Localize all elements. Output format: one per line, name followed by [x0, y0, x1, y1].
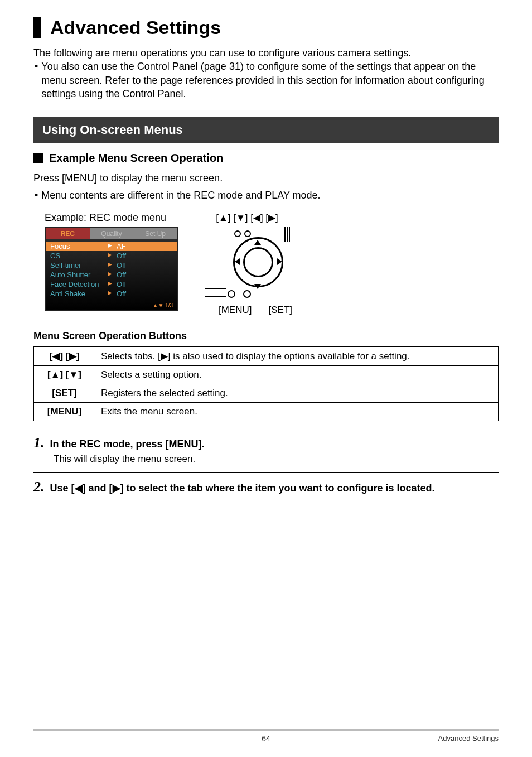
section-bar: Using On-screen Menus: [33, 117, 499, 143]
menu-tabs: REC Quality Set Up: [46, 228, 177, 239]
down-arrow-icon: [254, 284, 261, 289]
menu-item-focus: Focus ▶ AF: [46, 242, 177, 251]
top-button-a-icon: [234, 230, 241, 237]
menu-tab-setup: Set Up: [133, 228, 177, 239]
camera-back-diagram: [200, 226, 294, 301]
key-set: [SET]: [34, 384, 95, 402]
dpad-label: [▲] [▼] [◀] [▶]: [216, 212, 278, 224]
step-1: 1. In the REC mode, press [MENU]. This w…: [33, 435, 499, 473]
step-number: 1.: [33, 435, 45, 451]
play-right-icon: ▶: [108, 252, 112, 260]
table-row: [▲] [▼] Selects a setting option.: [34, 365, 499, 384]
menu-item-anti-shake: Anti Shake ▶ Off: [46, 289, 177, 298]
grip-lines-icon: [205, 288, 226, 297]
menu-item-label: CS: [50, 252, 103, 260]
menu-item-label: Anti Shake: [50, 290, 103, 298]
menu-tab-rec: REC: [46, 228, 90, 239]
menu-item-label: Self-timer: [50, 261, 103, 269]
menu-button-icon: [228, 290, 235, 298]
desc-set: Registers the selected setting.: [95, 384, 499, 402]
intro-bullet-text: You also can use the Control Panel (page…: [41, 60, 499, 100]
left-arrow-icon: [235, 258, 240, 265]
subheading-text: Example Menu Screen Operation: [49, 152, 223, 165]
key-left-right: [◀] [▶]: [34, 346, 95, 365]
menu-item-face-detection: Face Detection ▶ Off: [46, 279, 177, 289]
menu-item-cs: CS ▶ Off: [46, 251, 177, 261]
desc-menu: Exits the menu screen.: [95, 402, 499, 421]
menu-item-label: Face Detection: [50, 280, 103, 288]
menu-tab-quality: Quality: [90, 228, 134, 239]
page-title: Advanced Settings: [50, 17, 499, 38]
example-menu-col: Example: REC mode menu REC Quality Set U…: [45, 212, 178, 311]
step-title: Use [◀] and [▶] to select the tab where …: [50, 482, 435, 494]
press-line: Press [MENU] to display the menu screen.: [33, 171, 499, 185]
menu-item-auto-shutter: Auto Shutter ▶ Off: [46, 270, 177, 279]
desc-up-down: Selects a setting option.: [95, 365, 499, 384]
bullet-dot-icon: •: [35, 60, 38, 73]
subheading: Example Menu Screen Operation: [33, 152, 499, 165]
intro-bullet-row: • You also can use the Control Panel (pa…: [33, 60, 499, 100]
table-row: [SET] Registers the selected setting.: [34, 384, 499, 402]
play-right-icon: ▶: [108, 271, 112, 279]
table-row: [MENU] Exits the menu screen.: [34, 402, 499, 421]
play-right-icon: ▶: [108, 290, 112, 298]
step-header: 1. In the REC mode, press [MENU].: [33, 435, 499, 451]
desc-left-right: Selects tabs. [▶] is also used to displa…: [95, 346, 499, 365]
step-header: 2. Use [◀] and [▶] to select the tab whe…: [33, 479, 499, 495]
camera-menu-mock: REC Quality Set Up Focus ▶ AF CS ▶ Off S…: [45, 227, 178, 311]
page-header-block: Advanced Settings: [33, 17, 499, 38]
top-button-b-icon: [244, 230, 251, 237]
menu-item-label: Focus: [50, 242, 103, 250]
diagram-labels: [MENU] [SET]: [219, 305, 292, 316]
table-heading: Menu Screen Operation Buttons: [33, 330, 499, 342]
operations-table: [◀] [▶] Selects tabs. [▶] is also used t…: [33, 346, 499, 421]
step-2: 2. Use [◀] and [▶] to select the tab whe…: [33, 479, 499, 503]
right-arrow-icon: [277, 258, 282, 265]
diagram-col: [▲] [▼] [◀] [▶] [MENU] [SET]: [200, 212, 294, 316]
menu-item-self-timer: Self-timer ▶ Off: [46, 261, 177, 270]
menu-items: Focus ▶ AF CS ▶ Off Self-timer ▶ Off Aut…: [46, 239, 177, 301]
menu-item-label: Auto Shutter: [50, 271, 103, 279]
menu-item-value: AF: [117, 242, 126, 250]
example-caption: Example: REC mode menu: [45, 212, 166, 224]
menu-item-value: Off: [117, 280, 126, 288]
step-number: 2.: [33, 479, 45, 495]
play-right-icon: ▶: [108, 280, 112, 288]
menu-item-value: Off: [117, 261, 126, 269]
speaker-icon: [284, 227, 290, 242]
menu-item-value: Off: [117, 290, 126, 298]
step-title: In the REC mode, press [MENU].: [50, 438, 205, 450]
bullet-dot-icon: •: [35, 189, 38, 202]
table-row: [◀] [▶] Selects tabs. [▶] is also used t…: [34, 346, 499, 365]
steps-block: 1. In the REC mode, press [MENU]. This w…: [33, 435, 499, 503]
key-up-down: [▲] [▼]: [34, 365, 95, 384]
play-right-icon: ▶: [108, 242, 112, 250]
menu-item-value: Off: [117, 252, 126, 260]
key-menu: [MENU]: [34, 402, 95, 421]
menu-item-value: Off: [117, 271, 126, 279]
up-arrow-icon: [254, 240, 261, 245]
bs-button-icon: [243, 290, 251, 298]
menu-callout: [MENU]: [219, 305, 252, 316]
menu-footer: ▲▼ 1/3: [46, 301, 177, 310]
press-bullet-row: • Menu contents are different in the REC…: [33, 189, 499, 202]
intro-block: The following are menu operations you ca…: [33, 46, 499, 100]
press-bullet-text: Menu contents are different in the REC m…: [41, 189, 320, 202]
set-callout: [SET]: [268, 305, 292, 316]
example-row: Example: REC mode menu REC Quality Set U…: [45, 212, 499, 316]
set-button-icon: [243, 247, 273, 277]
play-right-icon: ▶: [108, 261, 112, 269]
step-subtext: This will display the menu screen.: [54, 454, 499, 465]
intro-line: The following are menu operations you ca…: [33, 46, 499, 60]
menu-page-indicator: 1/3: [165, 302, 173, 308]
